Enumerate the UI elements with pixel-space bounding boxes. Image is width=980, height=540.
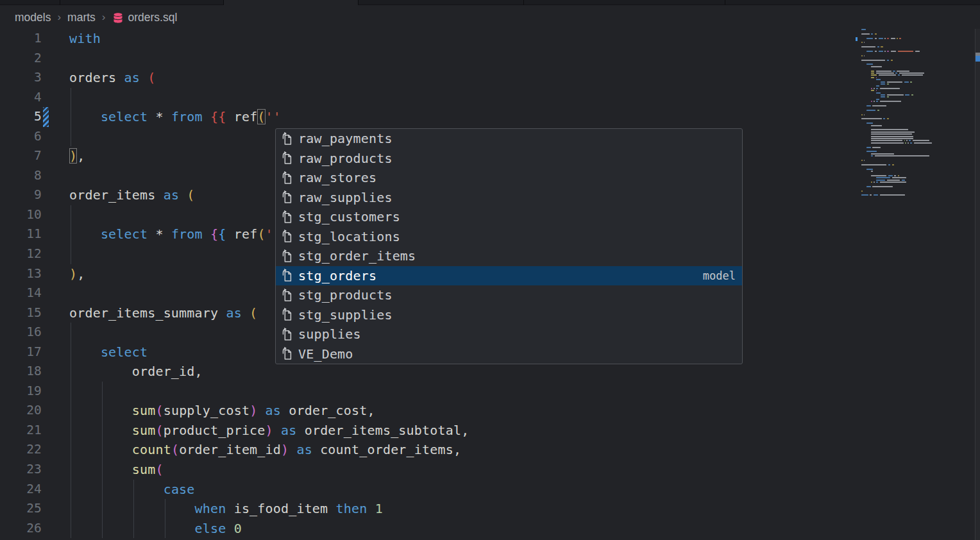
- gutter-spacer: [43, 49, 49, 69]
- code-text[interactable]: select * from {{ ref('': [49, 107, 281, 127]
- line-number[interactable]: 19: [0, 382, 42, 401]
- code-text[interactable]: [49, 49, 69, 69]
- code-text[interactable]: order_items as (: [49, 185, 195, 205]
- suggest-widget[interactable]: raw_payments raw_products raw_stores raw…: [275, 128, 743, 364]
- line-number[interactable]: 3: [0, 68, 42, 88]
- breadcrumb-item-marts[interactable]: marts: [67, 11, 96, 24]
- line-number[interactable]: 1: [0, 29, 42, 49]
- line-number[interactable]: 23: [0, 460, 42, 480]
- suggest-item-supplies[interactable]: supplies: [276, 325, 742, 344]
- minimap-stripe: [876, 71, 891, 72]
- code-text[interactable]: else 0: [49, 519, 242, 539]
- code-line-25[interactable]: 25 when is_food_item then 1: [0, 499, 980, 519]
- code-line-20[interactable]: 20 sum(supply_cost) as order_cost,: [0, 401, 980, 421]
- code-text[interactable]: orders as (: [49, 68, 155, 88]
- minimap-stripe: [871, 72, 874, 74]
- tab-bar[interactable]: [0, 0, 980, 5]
- code-text[interactable]: ),: [49, 264, 85, 284]
- line-number[interactable]: 22: [0, 440, 42, 460]
- code-text[interactable]: order_id,: [49, 362, 203, 382]
- suggest-item-raw_payments[interactable]: raw_payments: [276, 129, 742, 149]
- tab-active-orders-sql[interactable]: [223, 0, 358, 5]
- line-number[interactable]: 5: [0, 107, 42, 127]
- modified-line-indicator: [43, 107, 49, 127]
- code-line-1[interactable]: 1with: [0, 29, 980, 49]
- line-number[interactable]: 21: [0, 421, 42, 441]
- suggest-item-VE_Demo[interactable]: VE_Demo: [276, 344, 742, 364]
- minimap-stripe: [874, 194, 878, 196]
- code-text[interactable]: select * from {{ ref(': [49, 224, 273, 244]
- line-number[interactable]: 10: [0, 205, 42, 225]
- breadcrumb-separator: ›: [102, 11, 106, 24]
- line-number[interactable]: 17: [0, 342, 42, 362]
- code-token: as: [226, 305, 241, 321]
- line-number[interactable]: 25: [0, 499, 42, 519]
- code-text[interactable]: sum(product_price) as order_items_subtot…: [49, 421, 469, 441]
- code-text[interactable]: ),: [49, 146, 85, 166]
- code-token: sum: [132, 462, 156, 477]
- line-number[interactable]: 12: [0, 244, 42, 264]
- code-line-24[interactable]: 24 case: [0, 480, 980, 500]
- suggest-item-stg_customers[interactable]: stg_customers: [276, 207, 742, 227]
- minimap[interactable]: [853, 26, 972, 205]
- code-line-5[interactable]: 5 select * from {{ ref('': [0, 107, 980, 127]
- line-number[interactable]: 18: [0, 362, 42, 382]
- line-number[interactable]: 11: [0, 224, 42, 244]
- model-ref-icon: [280, 229, 294, 244]
- line-number[interactable]: 13: [0, 264, 42, 284]
- line-number[interactable]: 7: [0, 146, 42, 166]
- code-text[interactable]: select: [49, 342, 148, 362]
- code-text[interactable]: [49, 283, 69, 303]
- code-text[interactable]: [49, 205, 69, 225]
- line-number[interactable]: 2: [0, 49, 42, 69]
- breadcrumb-item-models[interactable]: models: [15, 11, 51, 24]
- minimap-stripe: [887, 51, 889, 52]
- minimap-stripe: [904, 140, 906, 141]
- line-number[interactable]: 9: [0, 185, 42, 205]
- line-number[interactable]: 26: [0, 519, 42, 539]
- code-text[interactable]: [49, 127, 69, 147]
- code-text[interactable]: [49, 88, 69, 108]
- breadcrumb-item-orders-sql[interactable]: orders.sql: [128, 11, 178, 24]
- code-text[interactable]: order_items_summary as (: [49, 303, 257, 323]
- suggest-item-stg_order_items[interactable]: stg_order_items: [276, 246, 742, 266]
- code-line-21[interactable]: 21 sum(product_price) as order_items_sub…: [0, 421, 980, 441]
- code-line-26[interactable]: 26 else 0: [0, 519, 980, 539]
- indent-guide: [71, 88, 71, 108]
- suggest-item-stg_locations[interactable]: stg_locations: [276, 227, 742, 247]
- code-text[interactable]: [49, 382, 69, 401]
- line-number[interactable]: 14: [0, 283, 42, 303]
- code-line-23[interactable]: 23 sum(: [0, 460, 980, 480]
- code-text[interactable]: [49, 244, 69, 264]
- code-line-4[interactable]: 4: [0, 88, 980, 108]
- suggest-item-raw_products[interactable]: raw_products: [276, 149, 742, 169]
- suggest-item-raw_stores[interactable]: raw_stores: [276, 168, 742, 188]
- scrollbar-track[interactable]: [976, 29, 980, 540]
- minimap-stripe: [899, 38, 901, 39]
- code-text[interactable]: [49, 323, 69, 342]
- code-text[interactable]: sum(: [49, 460, 164, 480]
- line-number[interactable]: 20: [0, 401, 42, 421]
- line-number[interactable]: 24: [0, 480, 42, 500]
- line-number[interactable]: 16: [0, 323, 42, 342]
- line-number[interactable]: 6: [0, 127, 42, 147]
- model-ref-icon: [280, 190, 294, 205]
- line-number[interactable]: 15: [0, 303, 42, 323]
- code-text[interactable]: [49, 166, 69, 186]
- suggest-item-raw_supplies[interactable]: raw_supplies: [276, 188, 742, 208]
- code-line-18[interactable]: 18 order_id,: [0, 362, 980, 382]
- suggest-item-stg_products[interactable]: stg_products: [276, 285, 742, 305]
- code-text[interactable]: when is_food_item then 1: [49, 499, 383, 519]
- code-line-22[interactable]: 22 count(order_item_id) as count_order_i…: [0, 440, 980, 460]
- code-line-19[interactable]: 19: [0, 382, 980, 401]
- line-number[interactable]: 4: [0, 88, 42, 108]
- tab-separator: [523, 0, 524, 5]
- line-number[interactable]: 8: [0, 166, 42, 186]
- code-text[interactable]: sum(supply_cost) as order_cost,: [49, 401, 375, 421]
- suggest-item-stg_orders[interactable]: stg_ordersmodel: [276, 266, 742, 286]
- code-line-3[interactable]: 3orders as (: [0, 68, 980, 88]
- code-text[interactable]: count(order_item_id) as count_order_item…: [49, 440, 461, 460]
- code-text[interactable]: with: [49, 29, 101, 49]
- suggest-item-stg_supplies[interactable]: stg_supplies: [276, 305, 742, 325]
- code-line-2[interactable]: 2: [0, 49, 980, 69]
